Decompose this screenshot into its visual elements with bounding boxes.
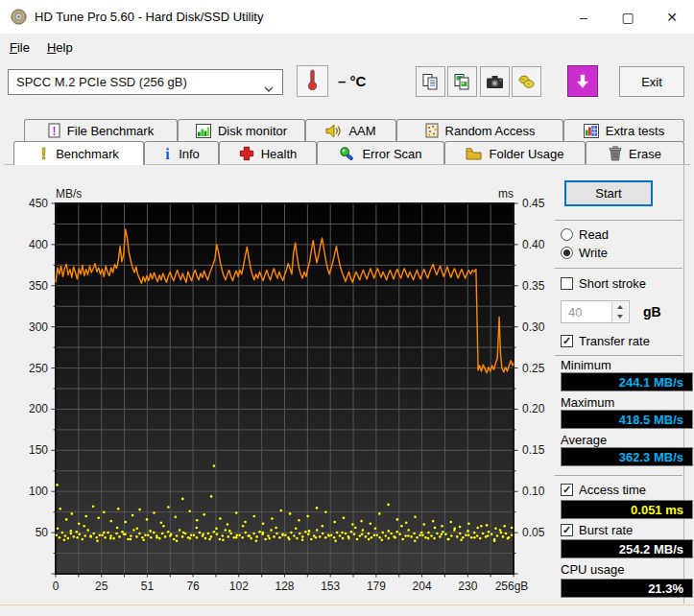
tab-disk-monitor[interactable]: Disk monitor <box>178 119 305 141</box>
svg-text:204: 204 <box>413 580 432 593</box>
erase-icon <box>609 146 622 161</box>
tab-label: Random Access <box>445 124 536 138</box>
svg-text:0.35: 0.35 <box>522 279 545 293</box>
capacity-value: 40 <box>568 305 582 320</box>
svg-text:128: 128 <box>275 580 294 593</box>
hands-button[interactable] <box>512 66 541 97</box>
write-radio-label: Write <box>579 246 608 260</box>
svg-text:230: 230 <box>458 580 477 593</box>
svg-text:150: 150 <box>29 443 48 457</box>
svg-text:50: 50 <box>36 526 49 539</box>
menubar: File Help <box>0 34 694 60</box>
access-time-row[interactable]: Access time <box>561 483 646 497</box>
svg-text:i: i <box>165 146 170 161</box>
transfer-rate-checkbox[interactable] <box>561 335 573 347</box>
average-value: 362.3 MB/s <box>561 447 693 466</box>
svg-text:102: 102 <box>229 580 249 593</box>
svg-text:200: 200 <box>29 402 48 415</box>
separator <box>555 220 682 221</box>
tab-label: Benchmark <box>56 147 119 161</box>
write-radio[interactable] <box>561 247 573 259</box>
stepper-down-icon[interactable] <box>612 312 628 321</box>
menu-help[interactable]: Help <box>39 36 81 59</box>
svg-text:ms: ms <box>498 187 514 201</box>
download-arrow-icon <box>575 74 590 89</box>
drive-select[interactable]: SPCC M.2 PCIe SSD (256 gB) <box>8 69 283 95</box>
svg-text:0.20: 0.20 <box>522 402 545 415</box>
start-button[interactable]: Start <box>564 180 653 206</box>
write-radio-row[interactable]: Write <box>561 246 608 260</box>
disk-monitor-icon <box>196 124 211 138</box>
menu-file[interactable]: File <box>2 36 37 59</box>
tab-label: AAM <box>348 124 375 138</box>
separator <box>555 355 682 356</box>
tab-health[interactable]: Health <box>219 141 317 165</box>
thermometer-icon <box>306 68 319 95</box>
minimize-button[interactable]: – <box>562 0 606 34</box>
minimum-value: 244.1 MB/s <box>561 372 693 391</box>
transfer-rate-row[interactable]: Transfer rate <box>561 334 650 348</box>
tab-label: Disk monitor <box>218 124 287 138</box>
svg-text:350: 350 <box>29 279 48 293</box>
extra-tests-icon <box>584 124 599 138</box>
tab-info[interactable]: iInfo <box>144 141 219 165</box>
tab-aam[interactable]: AAM <box>305 119 396 141</box>
cpu-usage-label: CPU usage <box>561 562 624 577</box>
tab-label: Health <box>261 147 298 161</box>
tab-label: Extra tests <box>606 124 664 138</box>
capacity-unit: gB <box>643 304 661 320</box>
maximum-value: 418.5 MB/s <box>561 410 693 429</box>
svg-text:!: ! <box>41 146 47 162</box>
close-button[interactable]: ✕ <box>650 0 694 34</box>
read-radio-label: Read <box>579 227 609 242</box>
tab-row-bottom: !BenchmarkiInfoHealthError ScanFolder Us… <box>13 141 684 165</box>
svg-text:MB/s: MB/s <box>56 187 82 201</box>
tab-folder-usage[interactable]: Folder Usage <box>444 141 586 165</box>
svg-text:25: 25 <box>95 580 108 593</box>
burst-rate-checkbox[interactable] <box>561 524 573 536</box>
minimum-label: Minimum <box>561 358 611 372</box>
tab-label: Folder Usage <box>489 147 563 161</box>
copy-image-button[interactable] <box>447 66 477 97</box>
download-button[interactable] <box>567 65 598 97</box>
tab-random-access[interactable]: Random Access <box>396 119 563 141</box>
svg-text:153: 153 <box>321 580 340 593</box>
copy-text-button[interactable] <box>416 66 445 97</box>
temperature-button[interactable] <box>297 65 328 97</box>
svg-text:0.25: 0.25 <box>522 362 545 375</box>
access-time-checkbox[interactable] <box>561 484 573 496</box>
screenshot-button[interactable] <box>480 66 510 97</box>
tab-extra-tests[interactable]: Extra tests <box>563 119 684 141</box>
exit-button[interactable]: Exit <box>619 66 684 97</box>
maximize-button[interactable]: ▢ <box>606 0 650 34</box>
svg-text:250: 250 <box>29 362 48 375</box>
short-stroke-row[interactable]: Short stroke <box>561 276 646 291</box>
tab-row-top: !File BenchmarkDisk monitorAAMRandom Acc… <box>24 119 684 141</box>
capacity-stepper[interactable]: 40 <box>561 300 630 323</box>
read-radio-row[interactable]: Read <box>561 227 609 242</box>
maximum-label: Maximum <box>561 395 614 410</box>
camera-icon <box>486 75 505 89</box>
aam-icon <box>325 124 342 138</box>
tab-benchmark[interactable]: !Benchmark <box>13 141 144 165</box>
svg-text:0.15: 0.15 <box>522 443 545 457</box>
read-radio[interactable] <box>561 228 573 241</box>
window-title: HD Tune Pro 5.60 - Hard Disk/SSD Utility <box>35 10 263 24</box>
short-stroke-checkbox[interactable] <box>561 277 573 290</box>
tab-erase[interactable]: Erase <box>586 141 684 165</box>
svg-text:100: 100 <box>29 485 48 498</box>
svg-text:300: 300 <box>29 320 48 334</box>
svg-text:76: 76 <box>186 580 200 593</box>
svg-text:0.05: 0.05 <box>522 526 545 539</box>
tab-file-benchmark[interactable]: !File Benchmark <box>24 119 178 141</box>
svg-text:256gB: 256gB <box>495 580 529 593</box>
copy-image-icon <box>453 73 471 91</box>
stepper-up-icon[interactable] <box>612 302 628 312</box>
tab-error-scan[interactable]: Error Scan <box>317 141 444 165</box>
transfer-rate-label: Transfer rate <box>579 334 650 348</box>
random-access-icon <box>425 123 439 138</box>
access-time-label: Access time <box>579 483 646 497</box>
burst-rate-row[interactable]: Burst rate <box>561 523 633 537</box>
svg-text:0.45: 0.45 <box>522 197 545 210</box>
average-label: Average <box>561 433 607 447</box>
